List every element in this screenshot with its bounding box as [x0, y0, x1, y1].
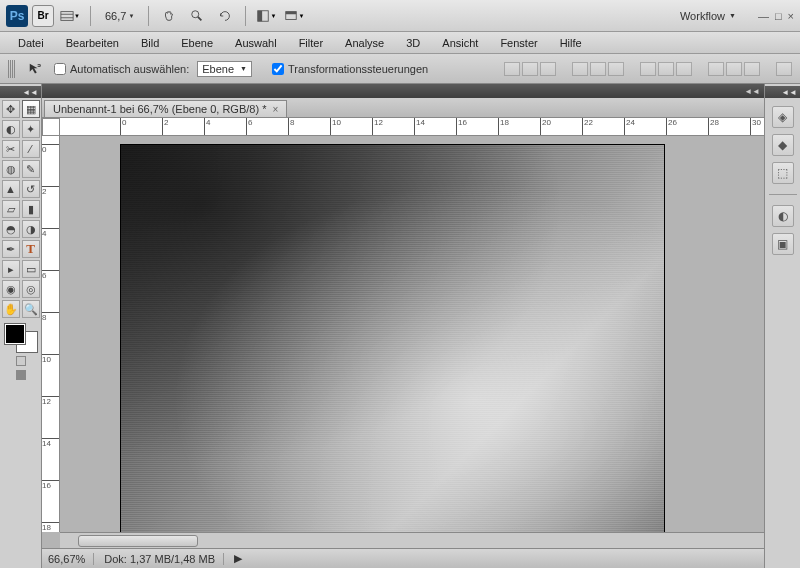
rotate-view-icon[interactable] [213, 6, 237, 26]
menu-datei[interactable]: Datei [8, 34, 54, 52]
tools-collapse-handle[interactable]: ◄◄ [0, 86, 41, 98]
auto-select-dropdown[interactable]: Ebene▼ [197, 61, 252, 77]
color-swatches[interactable] [5, 324, 37, 352]
maximize-button[interactable]: □ [775, 10, 782, 22]
menu-hilfe[interactable]: Hilfe [550, 34, 592, 52]
align-group-2 [572, 62, 624, 76]
align-hcenter-icon[interactable] [590, 62, 606, 76]
current-tool-indicator[interactable] [24, 60, 46, 78]
transform-controls-checkbox[interactable]: Transformationssteuerungen [272, 63, 428, 75]
lasso-tool[interactable]: ◐ [2, 120, 20, 138]
menu-ansicht[interactable]: Ansicht [432, 34, 488, 52]
marquee-tool[interactable]: ▦ [22, 100, 40, 118]
3d-camera-tool[interactable]: ◎ [22, 280, 40, 298]
menu-3d[interactable]: 3D [396, 34, 430, 52]
ruler-tick: 2 [42, 186, 59, 196]
align-top-icon[interactable] [504, 62, 520, 76]
close-tab-icon[interactable]: × [272, 104, 278, 115]
menu-filter[interactable]: Filter [289, 34, 333, 52]
ruler-tick: 12 [42, 396, 59, 406]
quick-mask-toggle[interactable] [16, 356, 26, 366]
canvas[interactable] [120, 144, 665, 532]
type-tool[interactable]: T [22, 240, 40, 258]
menu-bild[interactable]: Bild [131, 34, 169, 52]
options-grip[interactable] [8, 60, 16, 78]
dist-hcenter-icon[interactable] [726, 62, 742, 76]
status-zoom[interactable]: 66,67% [48, 553, 94, 565]
paths-panel-icon[interactable]: ⬚ [772, 162, 794, 184]
dist-right-icon[interactable] [744, 62, 760, 76]
eraser-tool[interactable]: ▱ [2, 200, 20, 218]
zoom-tool[interactable]: 🔍 [22, 300, 40, 318]
right-dock-handle[interactable]: ◄◄ [765, 86, 800, 98]
align-right-icon[interactable] [608, 62, 624, 76]
dodge-tool[interactable]: ◑ [22, 220, 40, 238]
canvas-viewport[interactable] [60, 136, 764, 532]
tools-panel: ◄◄ ✥▦ ◐✦ ✂⁄ ◍✎ ▲↺ ▱▮ ◓◑ ✒T ▸▭ ◉◎ ✋🔍 [0, 84, 42, 568]
menu-bearbeiten[interactable]: Bearbeiten [56, 34, 129, 52]
menu-ebene[interactable]: Ebene [171, 34, 223, 52]
channels-panel-icon[interactable]: ◆ [772, 134, 794, 156]
film-strip-icon[interactable]: ▼ [58, 6, 82, 26]
arrange-docs-icon[interactable]: ▼ [254, 6, 278, 26]
foreground-color[interactable] [5, 324, 25, 344]
menu-fenster[interactable]: Fenster [490, 34, 547, 52]
screen-mode-cycle[interactable] [16, 370, 26, 380]
document-tab[interactable]: Unbenannt-1 bei 66,7% (Ebene 0, RGB/8) *… [44, 100, 287, 117]
hand-tool-icon[interactable] [157, 6, 181, 26]
brush-tool[interactable]: ✎ [22, 160, 40, 178]
ruler-tick: 28 [708, 118, 719, 135]
distribute-group-2 [708, 62, 760, 76]
zoom-level-field[interactable]: 66,7 ▼ [99, 8, 140, 24]
menu-analyse[interactable]: Analyse [335, 34, 394, 52]
ruler-origin[interactable] [42, 118, 60, 136]
healing-brush-tool[interactable]: ◍ [2, 160, 20, 178]
scrollbar-thumb[interactable] [78, 535, 198, 547]
path-selection-tool[interactable]: ▸ [2, 260, 20, 278]
dist-bottom-icon[interactable] [676, 62, 692, 76]
workspace: 024681012141618 [42, 136, 764, 532]
dist-left-icon[interactable] [708, 62, 724, 76]
bridge-icon[interactable]: Br [32, 5, 54, 27]
horizontal-scrollbar[interactable] [60, 532, 764, 548]
gradient-tool[interactable]: ▮ [22, 200, 40, 218]
align-left-icon[interactable] [572, 62, 588, 76]
adjustments-panel-icon[interactable]: ◐ [772, 205, 794, 227]
status-menu-arrow[interactable]: ▶ [234, 552, 242, 565]
window-controls: — □ × [758, 10, 794, 22]
minimize-button[interactable]: — [758, 10, 769, 22]
crop-tool[interactable]: ✂ [2, 140, 20, 158]
status-doc-size[interactable]: Dok: 1,37 MB/1,48 MB [104, 553, 224, 565]
dist-vcenter-icon[interactable] [658, 62, 674, 76]
magic-wand-tool[interactable]: ✦ [22, 120, 40, 138]
vertical-ruler[interactable]: 024681012141618 [42, 136, 60, 532]
close-button[interactable]: × [788, 10, 794, 22]
blur-tool[interactable]: ◓ [2, 220, 20, 238]
zoom-tool-icon[interactable] [185, 6, 209, 26]
hand-tool[interactable]: ✋ [2, 300, 20, 318]
layers-panel-icon[interactable]: ◈ [772, 106, 794, 128]
move-tool[interactable]: ✥ [2, 100, 20, 118]
doc-tab-strip-handle[interactable]: ◄◄ [42, 84, 764, 98]
screen-mode-icon[interactable]: ▼ [282, 6, 306, 26]
dist-top-icon[interactable] [640, 62, 656, 76]
pen-tool[interactable]: ✒ [2, 240, 20, 258]
ruler-tick: 22 [582, 118, 593, 135]
history-brush-tool[interactable]: ↺ [22, 180, 40, 198]
align-vcenter-icon[interactable] [522, 62, 538, 76]
shape-tool[interactable]: ▭ [22, 260, 40, 278]
eyedropper-tool[interactable]: ⁄ [22, 140, 40, 158]
clone-stamp-tool[interactable]: ▲ [2, 180, 20, 198]
styles-panel-icon[interactable]: ▣ [772, 233, 794, 255]
align-bottom-icon[interactable] [540, 62, 556, 76]
application-top-bar: Ps Br ▼ 66,7 ▼ ▼ ▼ Workflow ▼ — □ × [0, 0, 800, 32]
auto-select-checkbox[interactable]: Automatisch auswählen: [54, 63, 189, 75]
menu-auswahl[interactable]: Auswahl [225, 34, 287, 52]
photoshop-app-icon: Ps [6, 5, 28, 27]
auto-align-icon[interactable] [776, 62, 792, 76]
3d-tool[interactable]: ◉ [2, 280, 20, 298]
horizontal-ruler[interactable]: 024681012141618202224262830 [60, 118, 764, 136]
ruler-tick: 4 [42, 228, 59, 238]
ruler-tick: 2 [162, 118, 168, 135]
workspace-switcher[interactable]: Workflow ▼ [672, 8, 744, 24]
